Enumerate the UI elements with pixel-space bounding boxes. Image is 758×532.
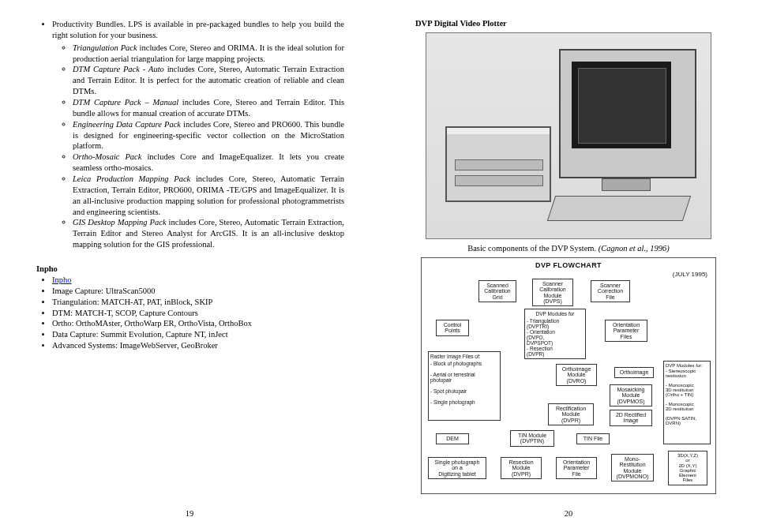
fc-raster-items: - Block of photographs - Aerial or terre…: [430, 361, 498, 405]
inpho-section-heading: Inpho: [36, 264, 344, 273]
bundle-item: Ortho-Mosaic Pack includes Core and Imag…: [73, 152, 344, 174]
fc-dvpmod-head: DVP Modules for: [527, 311, 584, 317]
dvp-flowchart: DVP FLOWCHART (JULY 1995) Scanned Calibr…: [421, 257, 716, 494]
fc-group-dvpmod: DVP Modules for - Triangulation (DVPTRI)…: [524, 309, 586, 359]
fc-triang: - Triangulation (DVPTRI): [527, 318, 584, 329]
screen-inner-icon: [578, 68, 666, 144]
fc-box-resmod: Resection Module (DVPR): [501, 457, 542, 479]
fc-box-orthoimg: Orthoimage: [614, 367, 654, 378]
fc-box-rect2d: 2D Rectified Image: [610, 410, 652, 426]
bundles-heading-text: Productivity Bundles. LPS is available i…: [52, 20, 344, 39]
page-number-left: 19: [35, 506, 344, 518]
left-content: Productivity Bundles. LPS is available i…: [35, 19, 344, 506]
inpho-link[interactable]: Inpho: [52, 275, 72, 284]
fc-box-opf: Orientation Parameter Files: [605, 320, 647, 342]
fc-box-single: Single photograph on a Digitizing tablet: [428, 457, 486, 479]
bundle-lead: GIS Desktop Mapping Pack: [73, 218, 167, 227]
caption-citation: (Cagnon et al., 1996): [599, 244, 670, 253]
fc-resect: - Resection (DVPR): [527, 346, 584, 357]
fc-box-mono: Mono- Restitution Module (DVPMONO): [611, 454, 654, 481]
inpho-item: DTM: MATCH-T, SCOP, Capture Contours: [52, 308, 344, 319]
bundle-item: Triangulation Pack includes Core, Stereo…: [73, 43, 344, 65]
fc-box-scf: Scanner Correction File: [591, 280, 630, 302]
bundle-lead: Ortho-Mosaic Pack: [73, 152, 141, 161]
dvp-heading: DVP Digital Video Plotter: [415, 19, 723, 28]
inpho-item: Data Capture: Summit Evolution, Capture …: [52, 329, 344, 340]
monitor-icon: [559, 49, 696, 178]
fc-raster-head: Raster Image Files of:: [430, 354, 498, 359]
bundle-lead: Triangulation Pack: [73, 43, 137, 52]
page-number-right: 20: [414, 506, 723, 518]
fc-rhs-items: - Stereoscopic restitution - Monoscopic …: [666, 369, 708, 425]
screen-icon: [572, 62, 671, 148]
inpho-item: Image Capture: UltraScan5000: [52, 286, 344, 297]
fc-box-dem: DEM: [436, 433, 469, 444]
fc-group-raster: Raster Image Files of: - Block of photog…: [428, 351, 501, 421]
keyboard-icon: [547, 196, 691, 221]
bundle-item: DTM Capture Pack – Manual includes Core,…: [73, 97, 344, 119]
fc-box-scm: Scanner Calibration Module (DVPS): [532, 279, 573, 306]
workstation-icon: [445, 126, 551, 202]
inpho-list: Inpho Image Capture: UltraScan5000 Trian…: [35, 275, 344, 351]
bundle-lead: Leica Production Mapping Pack: [73, 174, 190, 183]
inpho-item: Triangulation: MATCH-AT, PAT, inBlock, S…: [52, 297, 344, 308]
inpho-item: Advanced Systems: ImageWebServer, GeoBro…: [52, 340, 344, 351]
bundle-item: GIS Desktop Mapping Pack includes Core, …: [73, 217, 344, 250]
bundle-item: DTM Capture Pack - Auto includes Core, S…: [73, 64, 344, 97]
bundle-lead: Engineering Data Capture Pack: [73, 120, 181, 129]
bundles-list: Productivity Bundles. LPS is available i…: [35, 19, 344, 250]
bundle-item: Leica Production Mapping Pack includes C…: [73, 174, 344, 217]
right-content: DVP Digital Video Plotter Basic componen…: [414, 19, 723, 506]
left-page: Productivity Bundles. LPS is available i…: [0, 0, 379, 532]
dvp-photo: [426, 32, 711, 239]
fc-box-tinfile: TIN File: [576, 433, 610, 444]
bundle-lead: DTM Capture Pack – Manual: [73, 98, 178, 107]
fc-rhs-head: DVP Modules for:: [666, 363, 708, 368]
bundles-sublist: Triangulation Pack includes Core, Stereo…: [52, 43, 344, 250]
flowchart-date: (JULY 1995): [425, 271, 707, 278]
photo-caption: Basic components of the DVP System. (Cag…: [414, 244, 723, 253]
bundle-item: Engineering Data Capture Pack includes C…: [73, 119, 344, 152]
fc-box-ortho: Orthoimage Module (DVRO): [556, 364, 597, 386]
fc-box-cp: Control Points: [436, 320, 469, 336]
fc-box-opf2: Orientation Parameter File: [556, 457, 597, 479]
fc-orient: - Orientation (DVPO, DVPSPOT): [527, 329, 584, 346]
fc-box-mosaic: Mosaicking Module (DVPMOS): [610, 384, 652, 406]
bundle-lead: DTM Capture Pack - Auto: [73, 65, 164, 73]
fc-box-graph: 3D(X,Y,Z) or 2D (X,Y) Graphic Element Fi…: [668, 451, 707, 485]
fc-box-tinmod: TIN Module (DVPTIN): [510, 430, 554, 447]
fc-box-scg: Scanned Calibration Grid: [478, 280, 516, 302]
right-page: DVP Digital Video Plotter Basic componen…: [379, 0, 758, 532]
inpho-item: Ortho: OrthoMAster, OrthoWarp ER, OrthoV…: [52, 318, 344, 329]
monitor-stand-icon: [602, 178, 651, 191]
fc-group-rhs: DVP Modules for: - Stereoscopic restitut…: [663, 361, 711, 444]
inpho-link-item: Inpho: [52, 275, 344, 286]
fc-box-rect: Rectification Module (DVPR): [548, 403, 594, 425]
caption-text: Basic components of the DVP System.: [467, 244, 599, 253]
flowchart-title: DVP FLOWCHART: [425, 261, 712, 269]
bundles-heading: Productivity Bundles. LPS is available i…: [52, 19, 344, 250]
